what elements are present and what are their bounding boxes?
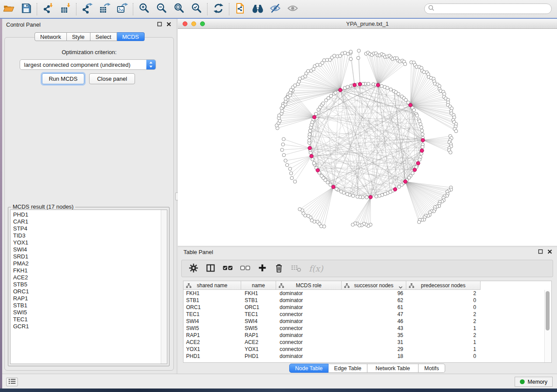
column-header-mcds-role[interactable]: MCDS role [276, 281, 342, 290]
network-graph[interactable] [178, 29, 557, 246]
mcds-result-item[interactable]: CAR1 [10, 218, 161, 225]
table-body: FKH1FKH1dominator962STB1STB1dominator620… [183, 290, 545, 360]
table-scrollbar[interactable] [544, 290, 551, 362]
tree-icon [279, 283, 284, 289]
table-row[interactable]: RAP1RAP1dominator352 [183, 332, 545, 339]
mcds-list-scrollbar[interactable] [161, 210, 167, 364]
zoom-out-button[interactable] [153, 2, 170, 17]
mcds-result-item[interactable]: YOX1 [10, 239, 161, 246]
column-label: name [252, 282, 265, 289]
table-cell: 62 [342, 297, 406, 304]
mcds-result-item[interactable]: ACE2 [10, 274, 161, 281]
delete-table-button[interactable] [291, 262, 301, 275]
table-cell: PHD1 [241, 353, 276, 360]
table-panel-float-button[interactable] [536, 248, 544, 255]
table-cell: 61 [342, 304, 406, 311]
select-all-button[interactable] [223, 262, 233, 275]
table-row[interactable]: ORC1ORC1dominator610 [183, 304, 545, 311]
zoom-fit-button[interactable] [170, 2, 188, 17]
import-table-button[interactable] [57, 2, 74, 17]
zoom-in-button[interactable] [135, 2, 153, 17]
table-panel-close-button[interactable] [546, 248, 554, 255]
control-panel-title: Control Panel [6, 21, 41, 28]
mcds-result-item[interactable]: FKH1 [10, 267, 161, 274]
hide-selected-button[interactable] [266, 2, 284, 17]
memory-button[interactable]: Memory [515, 377, 553, 387]
mcds-result-item[interactable]: GCR1 [10, 323, 161, 330]
table-cell: 0 [406, 304, 481, 311]
mcds-result-groupbox: MCDS result (17 nodes) PHD1CAR1STP4TID3Y… [8, 207, 170, 366]
mcds-result-item[interactable]: STP4 [10, 225, 161, 232]
search-input[interactable] [437, 5, 548, 12]
close-panel-button[interactable]: Close panel [89, 73, 135, 84]
mcds-result-item[interactable]: STB5 [10, 281, 161, 288]
save-session-button[interactable] [17, 2, 35, 17]
tab-edge-table[interactable]: Edge Table [329, 364, 367, 373]
table-cell: ACE2 [241, 339, 276, 346]
eye-icon [287, 3, 298, 15]
table-cell: dominator [276, 332, 342, 339]
open-folder-icon [3, 3, 14, 15]
run-mcds-button[interactable]: Run MCDS [42, 73, 84, 84]
table-row[interactable]: STB1STB1dominator620 [183, 297, 545, 304]
table-row[interactable]: SWI5SWI5connector431 [183, 325, 545, 332]
tab-motifs[interactable]: Motifs [419, 364, 445, 373]
table-row[interactable]: ACE2ACE2connector311 [183, 339, 545, 346]
share-document-button[interactable] [232, 2, 249, 17]
table-row[interactable]: SWI4SWI4dominator462 [183, 318, 545, 325]
delete-column-button[interactable] [274, 262, 284, 275]
column-header-predecessor-nodes[interactable]: predecessor nodes [406, 281, 481, 290]
table-row[interactable]: FKH1FKH1dominator962 [183, 290, 545, 297]
mcds-result-item[interactable]: ORC1 [10, 288, 161, 295]
table-cell: SWI4 [183, 318, 241, 325]
show-all-button[interactable] [284, 2, 301, 17]
tab-mcds[interactable]: MCDS [117, 32, 145, 41]
tab-style[interactable]: Style [67, 32, 90, 41]
table-cell: RAP1 [183, 332, 241, 339]
desktop-background-bottom [0, 389, 557, 392]
tab-network-table[interactable]: Network Table [367, 364, 419, 373]
show-panels-list-button[interactable] [6, 378, 18, 386]
criterion-select[interactable]: largest connected component (undirected) [20, 59, 156, 70]
export-network-button[interactable] [79, 2, 96, 17]
mcds-result-item[interactable]: SRD1 [10, 253, 161, 260]
mcds-result-item[interactable]: SWI4 [10, 246, 161, 253]
import-network-button[interactable] [39, 2, 57, 17]
apply-layout-button[interactable] [210, 2, 227, 17]
export-table-button[interactable] [96, 2, 114, 17]
table-row[interactable]: PHD1PHD1dominator180 [183, 353, 545, 360]
table-scrollbar-thumb[interactable] [546, 291, 550, 330]
mcds-result-item[interactable]: TEC1 [10, 316, 161, 323]
export-image-button[interactable] [114, 2, 131, 17]
table-settings-button[interactable] [189, 262, 198, 275]
control-panel-tab-bar: Network Style Select MCDS [35, 32, 145, 41]
column-header-shared-name[interactable]: shared name [183, 281, 241, 290]
mcds-result-item[interactable]: STB1 [10, 302, 161, 309]
toolbar-search [424, 3, 552, 14]
column-header-name[interactable]: name [241, 281, 276, 290]
column-header-successor-nodes[interactable]: successor nodes [342, 281, 406, 290]
deselect-all-button[interactable] [240, 262, 250, 275]
table-cell: 2 [406, 332, 481, 339]
tab-node-table[interactable]: Node Table [289, 364, 329, 373]
mcds-result-item[interactable]: PMA2 [10, 260, 161, 267]
search-network-button[interactable] [249, 2, 266, 17]
mcds-result-item[interactable]: RAP1 [10, 295, 161, 302]
show-columns-button[interactable] [206, 262, 215, 275]
open-file-button[interactable] [0, 2, 17, 17]
function-builder-button[interactable]: f(x) [309, 262, 323, 275]
table-cell: connector [276, 325, 342, 332]
mcds-result-item[interactable]: PHD1 [10, 211, 161, 218]
mcds-result-list[interactable]: PHD1CAR1STP4TID3YOX1SWI4SRD1PMA2FKH1ACE2… [10, 210, 167, 364]
table-row[interactable]: TEC1TEC1connector472 [183, 311, 545, 318]
zoom-selected-button[interactable] [188, 2, 205, 17]
add-column-button[interactable] [258, 262, 267, 275]
control-panel-float-button[interactable] [156, 21, 163, 28]
table-row[interactable]: YOX1YOX1connector291 [183, 346, 545, 353]
control-panel-close-button[interactable] [165, 21, 173, 28]
memory-status-icon [520, 379, 525, 384]
mcds-result-item[interactable]: SWI5 [10, 309, 161, 316]
tab-network[interactable]: Network [35, 32, 67, 41]
tab-select[interactable]: Select [90, 32, 117, 41]
mcds-result-item[interactable]: TID3 [10, 232, 161, 239]
